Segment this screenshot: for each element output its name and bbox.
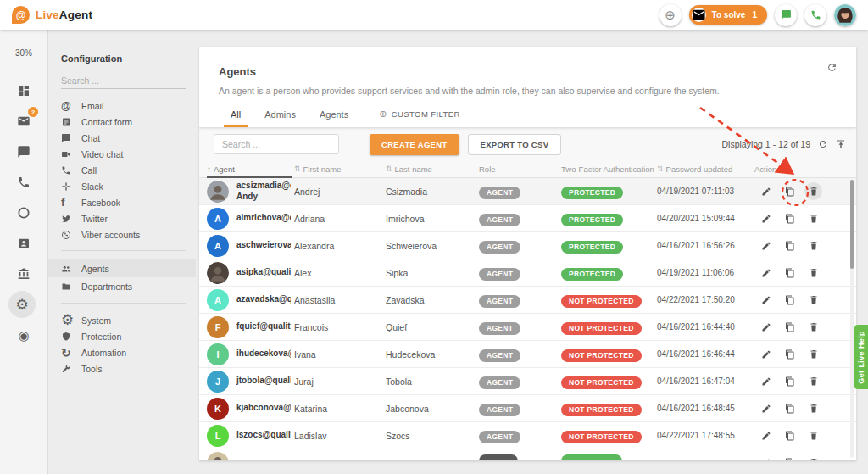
- duplicate-agent-button[interactable]: [781, 291, 798, 309]
- duplicate-agent-button[interactable]: [781, 264, 798, 282]
- delete-agent-button[interactable]: [804, 454, 822, 460]
- table-scrollbar-thumb[interactable]: [850, 180, 854, 269]
- create-agent-button[interactable]: CREATE AGENT: [370, 134, 459, 155]
- duplicate-agent-button[interactable]: [781, 454, 798, 460]
- table-search-input[interactable]: [214, 134, 339, 154]
- two-factor-cell: PROTECTED: [561, 183, 657, 199]
- table-row[interactable]: Aaimrichova@qualiAdrianaImrichovaAGENTPR…: [199, 205, 856, 232]
- edit-agent-button[interactable]: [757, 399, 775, 417]
- edit-agent-button[interactable]: [757, 345, 775, 363]
- delete-agent-button[interactable]: [804, 399, 822, 417]
- delete-agent-button[interactable]: [804, 318, 822, 336]
- table-row[interactable]: Iihudecekova@quaIvanaHudecekovaAGENTNOT …: [199, 341, 856, 368]
- add-button[interactable]: ⊕: [659, 4, 682, 26]
- rail-contacts-button[interactable]: [8, 228, 39, 259]
- edit-agent-button[interactable]: [757, 264, 775, 282]
- column-header-role[interactable]: Role: [479, 165, 561, 174]
- refresh-icon[interactable]: [818, 139, 828, 149]
- table-row[interactable]: Llszocs@qualityunLadislavSzocsAGENTNOT P…: [199, 422, 856, 449]
- calls-button[interactable]: [804, 4, 826, 26]
- chats-button[interactable]: [775, 4, 797, 26]
- scroll-top-icon[interactable]: [836, 139, 846, 149]
- sidebar-item-system[interactable]: ⚙System: [61, 312, 199, 328]
- table-row[interactable]: acsizmadia@qualAndyAndrejCsizmadiaAGENTP…: [199, 178, 856, 205]
- user-avatar[interactable]: [834, 4, 856, 26]
- sidebar-search-input[interactable]: [61, 73, 186, 89]
- tab-all[interactable]: All: [219, 109, 253, 127]
- duplicate-agent-button[interactable]: [781, 318, 798, 336]
- tab-agents[interactable]: Agents: [308, 109, 360, 127]
- delete-agent-button[interactable]: [804, 345, 822, 363]
- rail-mail-button[interactable]: 2: [8, 106, 39, 137]
- password-updated-cell: 04/22/2021 17:50:20: [657, 295, 754, 304]
- edit-agent-button[interactable]: [757, 291, 775, 309]
- sidebar-item-departments[interactable]: Departments: [61, 277, 199, 295]
- duplicate-agent-button[interactable]: [781, 209, 798, 227]
- sidebar-item-chat[interactable]: Chat: [61, 130, 199, 146]
- edit-agent-button[interactable]: [757, 182, 775, 200]
- sidebar-item-facebook[interactable]: fFacebook: [61, 194, 199, 210]
- column-header-first-name[interactable]: ⇅First name: [294, 165, 386, 174]
- column-label: Role: [479, 165, 496, 174]
- edit-agent-button[interactable]: [757, 237, 775, 254]
- export-csv-button[interactable]: EXPORT TO CSV: [468, 134, 562, 155]
- rail-gear-button[interactable]: ⚙: [8, 291, 36, 318]
- duplicate-agent-button[interactable]: [781, 237, 798, 254]
- table-row[interactable]: Ffquief@qualityuniFrancoisQuiefAGENTNOT …: [199, 314, 856, 341]
- sidebar-item-protection[interactable]: Protection: [61, 328, 199, 344]
- sidebar-item-contact-form[interactable]: Contact form: [61, 114, 199, 130]
- get-live-help-button[interactable]: Get Live Help: [854, 325, 868, 389]
- duplicate-agent-button[interactable]: [781, 427, 798, 444]
- to-solve-button[interactable]: To solve 1: [689, 5, 767, 25]
- sidebar-item-automation[interactable]: ↻Automation: [61, 344, 199, 360]
- rail-bank-button[interactable]: [8, 259, 39, 289]
- tab-admins[interactable]: Admins: [253, 109, 308, 127]
- table-row[interactable]: Aaschweierova@quAlexandraSchweierovaAGEN…: [199, 232, 856, 259]
- edit-agent-button[interactable]: [757, 318, 775, 336]
- delete-agent-button[interactable]: [804, 209, 822, 227]
- agent-initial-avatar: A: [207, 289, 229, 311]
- custom-filter-button[interactable]: ⊕ CUSTOM FILTER: [360, 109, 468, 127]
- column-header-actions[interactable]: Actions: [754, 165, 856, 174]
- sidebar-item-video-chat[interactable]: Video chat: [61, 146, 199, 162]
- sidebar-item-twitter[interactable]: Twitter: [61, 210, 199, 226]
- column-header-agent[interactable]: ↑Agent: [207, 165, 294, 174]
- table-row[interactable]: [199, 449, 856, 460]
- refresh-icon[interactable]: [826, 62, 837, 73]
- delete-agent-button[interactable]: [804, 291, 822, 309]
- rail-dashboard-button[interactable]: [8, 75, 39, 106]
- table-row[interactable]: Aazavadska@qualiAnastasiiaZavadskaAGENTN…: [199, 287, 856, 314]
- column-header-two-factor-authentication[interactable]: Two-Factor Authentication: [561, 165, 657, 174]
- rail-clock-button[interactable]: [8, 198, 39, 228]
- duplicate-agent-button[interactable]: [781, 345, 798, 363]
- delete-agent-button[interactable]: [804, 182, 822, 200]
- sidebar-item-email[interactable]: @Email: [61, 98, 199, 114]
- edit-agent-button[interactable]: [757, 372, 775, 390]
- column-header-password-updated[interactable]: ⇅Password updated: [657, 165, 754, 174]
- sidebar-item-tools[interactable]: Tools: [61, 360, 199, 376]
- rail-phone-button[interactable]: [8, 167, 39, 198]
- first-name-cell: Andrej: [294, 187, 386, 197]
- sidebar-item-slack[interactable]: Slack: [61, 178, 199, 194]
- two-factor-cell: NOT PROTECTED: [561, 400, 657, 416]
- duplicate-agent-button[interactable]: [781, 372, 798, 390]
- duplicate-agent-button[interactable]: [781, 399, 798, 417]
- sidebar-item-call[interactable]: Call: [61, 162, 199, 178]
- sidebar-item-label: Facebook: [81, 198, 120, 208]
- table-row[interactable]: asipka@qualityunAlexSipkaAGENTPROTECTED0…: [199, 259, 856, 287]
- edit-agent-button[interactable]: [757, 454, 775, 460]
- delete-agent-button[interactable]: [804, 372, 822, 390]
- table-row[interactable]: Jjtobola@qualityurJurajTobolaAGENTNOT PR…: [199, 368, 856, 395]
- table-row[interactable]: Kkjabconova@qualKatarinaJabconovaAGENTNO…: [199, 395, 856, 422]
- column-header-last-name[interactable]: ⇅Last name: [386, 165, 479, 174]
- delete-agent-button[interactable]: [804, 237, 822, 254]
- rail-chat-button[interactable]: [8, 137, 39, 167]
- rail-target-button[interactable]: ◉: [8, 320, 39, 350]
- duplicate-agent-button[interactable]: [781, 182, 798, 200]
- edit-agent-button[interactable]: [757, 209, 775, 227]
- sidebar-item-agents[interactable]: Agents: [48, 259, 196, 277]
- edit-agent-button[interactable]: [757, 427, 775, 444]
- sidebar-item-viber-accounts[interactable]: Viber accounts: [61, 226, 199, 243]
- delete-agent-button[interactable]: [804, 427, 822, 444]
- delete-agent-button[interactable]: [804, 264, 822, 282]
